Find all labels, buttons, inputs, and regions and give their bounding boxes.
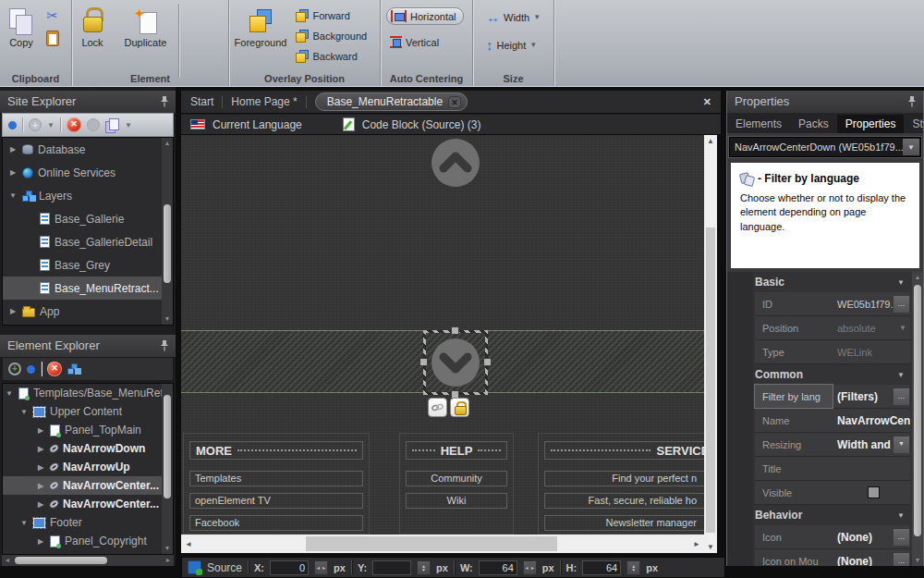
scroll-right-icon[interactable]: ► xyxy=(163,555,174,566)
tab-home-page[interactable]: Home Page * xyxy=(231,95,297,108)
tree-item-base-gallerie[interactable]: Base_Gallerie xyxy=(3,207,173,230)
property-row-title[interactable]: Title xyxy=(755,457,910,481)
duplicate-button[interactable]: Duplicate xyxy=(116,0,174,67)
tab-base-menuretractable[interactable]: Base_MenuRetractable ✕ xyxy=(315,92,468,111)
forward-button[interactable]: Forward xyxy=(296,6,367,24)
ellipsis-button[interactable]: ... xyxy=(893,295,910,314)
scrollbar-thumb[interactable] xyxy=(914,285,921,536)
scroll-left-icon[interactable]: ◄ xyxy=(185,540,192,548)
tab-properties[interactable]: Properties xyxy=(837,115,905,133)
expander-icon[interactable]: ▶ xyxy=(36,463,45,472)
tree-item-panel-copyright[interactable]: ▶Panel_Copyright xyxy=(3,532,173,550)
close-icon[interactable]: ✕ xyxy=(703,96,711,108)
close-icon[interactable]: ✕ xyxy=(448,96,461,108)
scroll-up-icon[interactable]: ▲ xyxy=(912,272,923,283)
scrollbar-thumb[interactable] xyxy=(15,557,107,564)
tree-item-template-root[interactable]: ▼Templates/Base_MenuRet... xyxy=(3,384,173,402)
tree-item-base-galleriedetail[interactable]: Base_GallerieDetail xyxy=(3,230,173,253)
h-input[interactable] xyxy=(582,560,621,575)
footer-link[interactable]: Facebook xyxy=(189,515,363,531)
expander-icon[interactable]: ▶ xyxy=(36,500,45,509)
pin-icon[interactable] xyxy=(907,96,917,107)
copy-button[interactable]: Copy xyxy=(0,0,43,67)
property-row-icon-on-mouse[interactable]: Icon on Mou (None) ... xyxy=(755,549,910,566)
paste-icon[interactable] xyxy=(46,31,59,46)
cut-icon[interactable]: ✂ xyxy=(46,8,59,22)
tree-item-app[interactable]: ▶App xyxy=(3,300,173,323)
tab-elements[interactable]: Elements xyxy=(727,115,790,133)
scroll-left-icon[interactable]: ◄ xyxy=(2,555,13,566)
tree-item-navarrowcenter[interactable]: ▶NavArrowCenter... xyxy=(3,495,173,513)
scroll-down-icon[interactable]: ▼ xyxy=(704,543,717,551)
expander-icon[interactable]: ▼ xyxy=(19,519,29,527)
height-button[interactable]: ↕ Height ▼ xyxy=(482,36,543,54)
code-block-button[interactable]: Code Block (Source) (3) xyxy=(362,118,481,131)
property-row-position[interactable]: Position absolute ▼ xyxy=(755,316,910,340)
footer-link[interactable]: Community xyxy=(406,471,507,486)
styles-icon[interactable] xyxy=(67,363,81,375)
tree-item-navarrowup[interactable]: ▶NavArrowUp xyxy=(3,458,173,476)
property-row-id[interactable]: ID WE05b1f79... ... xyxy=(755,292,910,316)
ellipsis-button[interactable]: ... xyxy=(893,528,910,547)
footer-link[interactable]: Templates xyxy=(189,471,363,486)
scroll-down-icon[interactable]: ▼ xyxy=(162,314,173,325)
selection-handle[interactable] xyxy=(483,358,492,366)
width-button[interactable]: ↔ Width ▼ xyxy=(482,8,547,26)
x-input[interactable] xyxy=(270,560,309,575)
selection-frame[interactable] xyxy=(423,330,488,395)
selection-handle[interactable] xyxy=(451,326,459,335)
tab-packs[interactable]: Packs xyxy=(790,115,837,133)
expander-icon[interactable]: ▶ xyxy=(8,307,18,315)
chevron-down-icon[interactable]: ▼ xyxy=(125,121,132,129)
expander-icon[interactable]: ▶ xyxy=(36,537,45,546)
tree-item-upper-content[interactable]: ▼Upper Content xyxy=(3,402,173,421)
expander-icon[interactable]: ▶ xyxy=(8,168,18,177)
property-row-icon[interactable]: Icon (None) ... xyxy=(755,525,910,549)
current-language-button[interactable]: Current Language xyxy=(213,118,302,131)
scroll-down-icon[interactable]: ▼ xyxy=(162,543,173,554)
tree-item-base-menuretractable[interactable]: Base_MenuRetract... xyxy=(3,277,173,300)
foreground-button[interactable]: Foreground xyxy=(229,0,292,67)
tree-item-layers[interactable]: ▼Layers xyxy=(3,184,173,207)
visible-checkbox[interactable] xyxy=(868,486,880,498)
y-stepper[interactable]: ▲▼ xyxy=(417,560,431,575)
footer-link[interactable]: Fast, secure, reliable ho xyxy=(544,493,704,509)
add-icon[interactable]: + xyxy=(29,118,42,131)
tree-item-footer[interactable]: ▼Footer xyxy=(3,513,173,532)
selection-handle[interactable] xyxy=(419,358,428,366)
tree-item-navarrowcenter-selected[interactable]: ▶NavArrowCenter... xyxy=(3,476,173,495)
collapse-icon[interactable]: ▼ xyxy=(897,511,905,520)
scrollbar-thumb[interactable] xyxy=(706,228,715,533)
scrollbar-vertical[interactable]: ▲ ▼ xyxy=(162,138,173,325)
lock-tool-button[interactable] xyxy=(450,398,469,417)
expander-icon[interactable]: ▶ xyxy=(36,482,45,490)
delete-icon[interactable]: ✕ xyxy=(67,117,81,132)
ellipsis-button[interactable]: ... xyxy=(893,552,910,567)
expander-icon[interactable]: ▼ xyxy=(19,408,29,416)
tree-item-base-grey[interactable]: Base_Grey xyxy=(3,253,173,277)
x-stepper[interactable]: ◄ ► xyxy=(314,560,328,575)
scrollbar-vertical[interactable]: ▲ ▼ xyxy=(912,272,923,566)
expander-icon[interactable]: ▶ xyxy=(36,426,45,435)
w-stepper[interactable]: ◄ ► xyxy=(523,560,537,575)
section-header-common[interactable]: Common ▼ xyxy=(755,364,910,385)
backward-button[interactable]: Backward xyxy=(296,47,367,65)
collapse-icon[interactable]: ▼ xyxy=(897,371,905,379)
lock-button[interactable]: Lock xyxy=(72,0,113,67)
nav-arrow-down-graphic[interactable] xyxy=(431,338,480,387)
y-input[interactable] xyxy=(372,560,411,575)
nav-arrow-up-graphic[interactable] xyxy=(431,138,480,188)
scrollbar-horizontal[interactable]: ◄ ► xyxy=(2,555,174,566)
h-stepper[interactable]: ▲▼ xyxy=(626,560,640,575)
design-canvas[interactable]: MORE Templates openElement TV Facebook H… xyxy=(181,135,704,535)
section-header-behavior[interactable]: Behavior ▼ xyxy=(755,505,910,525)
chevron-down-icon[interactable]: ▼ xyxy=(893,436,910,454)
zoom-icon[interactable]: + xyxy=(8,363,21,375)
collapse-icon[interactable]: ▼ xyxy=(897,278,905,287)
link-tool-button[interactable] xyxy=(428,398,447,417)
tree-item-online-services[interactable]: ▶Online Services xyxy=(3,161,173,184)
expander-icon[interactable]: ▶ xyxy=(8,145,18,154)
delete-icon[interactable]: ✕ xyxy=(47,362,62,376)
tab-styles[interactable]: Styles xyxy=(904,115,924,133)
horizontal-center-button[interactable]: Horizontal xyxy=(386,7,464,25)
